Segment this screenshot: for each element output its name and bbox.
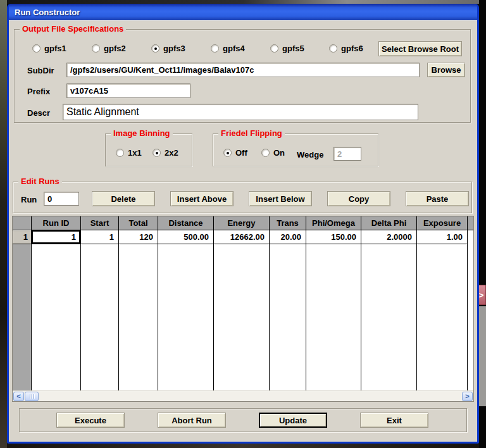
exit-button[interactable]: Exit xyxy=(360,413,428,428)
table-corner-cell xyxy=(13,216,32,230)
column-header-start[interactable]: Start xyxy=(81,216,119,230)
radio-icon xyxy=(270,44,278,53)
table-empty-body[interactable] xyxy=(13,244,473,390)
execute-button[interactable]: Execute xyxy=(56,413,125,428)
radio-gpfs2[interactable]: gpfs2 xyxy=(92,44,126,53)
desktop-background-bottom xyxy=(7,444,479,448)
scroll-right-icon[interactable]: > xyxy=(462,392,473,401)
runs-table: Run ID Start Total Distance Energy Trans… xyxy=(12,216,474,402)
delete-button[interactable]: Delete xyxy=(92,191,155,206)
cell-energy[interactable]: 12662.00 xyxy=(214,230,270,244)
insert-below-button[interactable]: Insert Below xyxy=(249,191,312,206)
cell-phi-omega[interactable]: 150.00 xyxy=(306,230,361,244)
prefix-label: Prefix xyxy=(27,87,50,96)
radio-icon xyxy=(153,149,161,157)
desktop-background-right: > xyxy=(479,0,486,448)
column-header-trans[interactable]: Trans xyxy=(270,216,306,230)
output-file-specs-group: Output File Specifications gpfs1 gpfs2 g… xyxy=(14,29,471,123)
run-constructor-window: Run Constructor Output File Specificatio… xyxy=(7,4,479,444)
radio-icon xyxy=(211,44,219,53)
image-binning-label: Image Binning xyxy=(111,128,173,139)
row-header[interactable]: 1 xyxy=(13,230,32,244)
dialog-client-area: Output File Specifications gpfs1 gpfs2 g… xyxy=(9,20,477,442)
column-header-phi-omega[interactable]: Phi/Omega xyxy=(306,216,361,230)
friedel-flipping-label: Friedel Flipping xyxy=(218,128,285,139)
subdir-input[interactable]: /gpfs2/users/GU/Kent_Oct11/images/Balav1… xyxy=(66,63,420,77)
background-window-fragment xyxy=(479,306,486,406)
cell-total[interactable]: 120 xyxy=(119,230,158,244)
run-label: Run xyxy=(21,195,37,204)
radio-friedel-off[interactable]: Off xyxy=(223,148,247,158)
row-filler xyxy=(468,230,473,244)
window-titlebar[interactable]: Run Constructor xyxy=(9,4,477,20)
radio-binning-2x2[interactable]: 2x2 xyxy=(153,148,178,158)
column-header-distance[interactable]: Distance xyxy=(158,216,214,230)
column-header-run-id[interactable]: Run ID xyxy=(32,216,81,230)
radio-icon xyxy=(261,149,270,157)
radio-gpfs4[interactable]: gpfs4 xyxy=(211,44,245,53)
radio-icon xyxy=(151,44,159,53)
column-header-energy[interactable]: Energy xyxy=(214,216,270,230)
cell-trans[interactable]: 20.00 xyxy=(270,230,306,244)
radio-friedel-on[interactable]: On xyxy=(261,148,285,158)
subdir-label: SubDir xyxy=(27,66,54,75)
paste-button[interactable]: Paste xyxy=(406,191,469,206)
abort-run-button[interactable]: Abort Run xyxy=(158,413,226,428)
cell-start[interactable]: 1 xyxy=(81,230,119,244)
update-button[interactable]: Update xyxy=(259,413,327,428)
cell-distance[interactable]: 500.00 xyxy=(158,230,214,244)
radio-binning-1x1[interactable]: 1x1 xyxy=(116,148,142,158)
edit-runs-group: Edit Runs Run 0 Delete Insert Above Inse… xyxy=(13,182,472,213)
footer-button-group: Execute Abort Run Update Exit xyxy=(19,408,467,432)
radio-icon xyxy=(32,44,40,53)
radio-icon xyxy=(92,44,100,53)
column-header-delta-phi[interactable]: Delta Phi xyxy=(361,216,417,230)
cell-exposure[interactable]: 1.00 xyxy=(417,230,468,244)
select-browse-root-button[interactable]: Select Browse Root xyxy=(378,41,462,56)
output-file-specs-label: Output File Specifications xyxy=(20,24,126,34)
radio-icon xyxy=(223,149,232,157)
table-header-row: Run ID Start Total Distance Energy Trans… xyxy=(13,216,473,230)
run-number-input[interactable]: 0 xyxy=(44,192,79,206)
copy-button[interactable]: Copy xyxy=(327,191,390,206)
column-header-total[interactable]: Total xyxy=(119,216,158,230)
friedel-flipping-group: Friedel Flipping Off On Wedge 2 xyxy=(213,134,378,166)
descr-input[interactable]: Static Alignment xyxy=(63,104,418,120)
insert-above-button[interactable]: Insert Above xyxy=(170,191,234,206)
browse-button[interactable]: Browse xyxy=(427,63,465,77)
window-title: Run Constructor xyxy=(15,8,80,17)
scrollbar-thumb[interactable] xyxy=(25,392,39,401)
radio-gpfs3[interactable]: gpfs3 xyxy=(151,44,185,53)
table-row: 1 1 1 120 500.00 12662.00 20.00 150.00 2… xyxy=(13,230,473,244)
prefix-input[interactable]: v107cA15 xyxy=(66,84,190,98)
radio-gpfs1[interactable]: gpfs1 xyxy=(32,44,66,53)
radio-gpfs5[interactable]: gpfs5 xyxy=(270,44,304,53)
image-binning-group: Image Binning 1x1 2x2 xyxy=(105,134,192,166)
descr-label: Descr xyxy=(27,108,50,118)
wedge-input: 2 xyxy=(333,147,361,161)
cell-delta-phi[interactable]: 2.0000 xyxy=(361,230,417,244)
column-header-exposure[interactable]: Exposure xyxy=(417,216,468,230)
cell-run-id[interactable]: 1 xyxy=(32,230,81,244)
radio-icon xyxy=(116,149,124,157)
desktop-background-left xyxy=(0,0,7,448)
wedge-label: Wedge xyxy=(297,150,323,159)
header-filler xyxy=(468,216,473,230)
radio-gpfs6[interactable]: gpfs6 xyxy=(329,44,363,53)
scroll-left-icon[interactable]: < xyxy=(13,392,24,401)
edit-runs-label: Edit Runs xyxy=(18,177,62,187)
horizontal-scrollbar[interactable]: < > xyxy=(13,390,473,401)
radio-icon xyxy=(329,44,337,53)
